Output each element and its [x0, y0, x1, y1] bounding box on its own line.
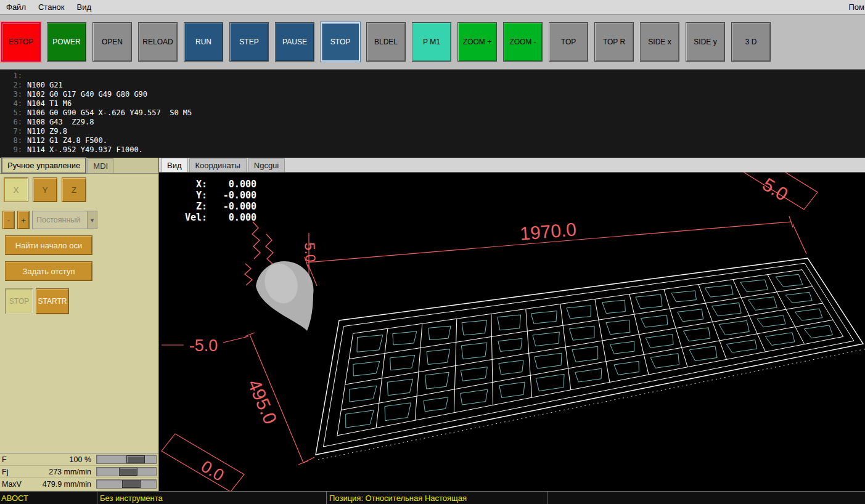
tab-ngcgui[interactable]: Ngcgui: [248, 158, 285, 172]
chevron-down-icon[interactable]: ▾: [87, 211, 97, 229]
gcode-line-text: N106 G0 G90 G54 X-.626 Y49.557 S0 M5: [27, 108, 192, 118]
slider-handle[interactable]: [126, 455, 145, 463]
svg-text:5.0: 5.0: [759, 174, 792, 205]
status-position: Позиция: Относительная Настоящая: [327, 492, 547, 504]
gcode-line-number: 3:: [0, 90, 27, 99]
preview-area[interactable]: 1970.0495.0-5.05.05.00.0 X:0.000 Y:-0.00…: [159, 173, 865, 491]
gcode-line[interactable]: 8:N112 G1 Z4.8 F500.: [0, 136, 865, 145]
gcode-line[interactable]: 5:N106 G0 G90 G54 X-.626 Y49.557 S0 M5: [0, 108, 865, 118]
feed-override-slider[interactable]: [96, 455, 157, 464]
home-axis-button[interactable]: Найти начало оси: [5, 235, 92, 255]
menu-bar: Файл Станок Вид Пом: [0, 0, 865, 15]
max-velocity-row: MaxV 479.9 mm/min: [0, 478, 158, 490]
gcode-line-text: N100 G21: [27, 81, 63, 90]
jog-mode-select[interactable]: Постоянный ▾: [32, 211, 97, 229]
dro-vel: Vel:0.000: [180, 212, 256, 223]
gcode-line[interactable]: 4:N104 T1 M6: [0, 99, 865, 108]
axis-select-row: X Y Z: [4, 177, 86, 202]
gcode-listing[interactable]: 1:2:N100 G213:N102 G0 G17 G40 G49 G80 G9…: [0, 70, 865, 158]
gcode-line-number: 2:: [0, 81, 27, 90]
main-area: Ручное управление MDI X Y Z - + Постоянн…: [0, 158, 865, 491]
toolbar-button-bldel[interactable]: BLDEL: [366, 22, 406, 62]
toolbar-button-view-3d[interactable]: 3 D: [731, 22, 771, 62]
svg-text:-5.0: -5.0: [189, 336, 218, 355]
gcode-line-number: 6:: [0, 118, 27, 127]
override-value: 479.9 mm/min: [23, 480, 96, 489]
gcode-line[interactable]: 9:N114 X-.952 Y49.937 F1000.: [0, 145, 865, 155]
dro-label: Vel:: [180, 212, 207, 223]
gcode-line[interactable]: 6:N108 G43 Z29.8: [0, 118, 865, 127]
manual-tab-bar: Ручное управление MDI: [0, 158, 158, 174]
gcode-line[interactable]: 1:: [0, 71, 865, 81]
axis-y-button[interactable]: Y: [33, 177, 57, 202]
dro-label: X:: [180, 179, 207, 190]
preview-tab-bar: Вид Координаты Ngcgui: [159, 158, 865, 173]
tab-manual-control[interactable]: Ручное управление: [1, 157, 86, 174]
gcode-line-text: N114 X-.952 Y49.937 F1000.: [27, 145, 143, 155]
toolbar-button-view-side-y[interactable]: SIDE y: [686, 22, 725, 62]
dro-value: -0.000: [207, 190, 256, 201]
menu-file[interactable]: Файл: [0, 1, 32, 14]
status-estop: АВОСТ: [0, 492, 97, 504]
gcode-line-number: 9:: [0, 145, 27, 155]
jog-speed-slider[interactable]: [96, 467, 157, 476]
toolbar-button-pause-m1[interactable]: P M1: [412, 22, 451, 62]
tab-mdi[interactable]: MDI: [88, 158, 113, 173]
gcode-line-text: N104 T1 M6: [27, 99, 72, 108]
dro-z: Z:-0.000: [180, 201, 256, 212]
gcode-line-number: 8:: [0, 136, 27, 145]
svg-text:5.0: 5.0: [301, 242, 319, 262]
jog-speed-row: Fj 273 mm/min: [0, 466, 158, 478]
gcode-line[interactable]: 3:N102 G0 G17 G40 G49 G80 G90: [0, 90, 865, 99]
svg-text:0.0: 0.0: [198, 457, 228, 485]
spindle-stop-button[interactable]: STOP: [5, 288, 33, 314]
gcode-line[interactable]: 7:N110 Z9.8: [0, 127, 865, 136]
menu-machine[interactable]: Станок: [32, 1, 71, 14]
jog-plus-button[interactable]: +: [17, 211, 30, 229]
touch-off-button[interactable]: Задать отступ: [5, 261, 92, 281]
preview-panel: Вид Координаты Ngcgui 1970.0495.0-5.05.0…: [159, 158, 865, 491]
slider-handle[interactable]: [119, 468, 137, 476]
dro-y: Y:-0.000: [180, 190, 256, 201]
dro-value: 0.000: [207, 179, 256, 190]
gcode-line-number: 7:: [0, 127, 27, 136]
toolbar-button-power[interactable]: POWER: [47, 22, 86, 62]
gcode-line-number: 5:: [0, 108, 27, 118]
feed-override-row: F 100 %: [0, 453, 158, 466]
tab-coordinates[interactable]: Координаты: [189, 158, 247, 172]
override-value: 100 %: [23, 455, 96, 464]
toolbar-button-zoom-in[interactable]: ZOOM +: [457, 22, 497, 62]
max-velocity-slider[interactable]: [96, 479, 157, 489]
toolbar-button-step[interactable]: STEP: [229, 22, 269, 62]
menu-help[interactable]: Пом: [842, 1, 865, 14]
slider-handle[interactable]: [122, 480, 141, 488]
override-label: MaxV: [0, 480, 23, 489]
dro-x: X:0.000: [180, 179, 256, 190]
gcode-line-text: N112 G1 Z4.8 F500.: [27, 136, 107, 145]
toolbar-button-view-top-r[interactable]: TOP R: [594, 22, 634, 62]
toolbar-button-run[interactable]: RUN: [184, 22, 223, 62]
toolbar-button-view-side-x[interactable]: SIDE x: [640, 22, 679, 62]
override-label: F: [0, 455, 23, 464]
gcode-line-number: 1:: [0, 71, 27, 81]
jog-row: - + Постоянный ▾: [2, 211, 97, 229]
toolbar-button-estop[interactable]: ESTOP: [1, 22, 41, 62]
toolbar-button-zoom-out[interactable]: ZOOM -: [503, 22, 543, 62]
dro-label: Z:: [180, 201, 207, 212]
toolbar-button-stop[interactable]: STOP: [321, 22, 360, 62]
override-section: F 100 % Fj 273 mm/min MaxV 479.9 mm/min: [0, 453, 158, 491]
menu-view[interactable]: Вид: [71, 1, 98, 14]
toolbar-button-view-top[interactable]: TOP: [549, 22, 588, 62]
jog-minus-button[interactable]: -: [2, 211, 15, 229]
axis-x-button[interactable]: X: [4, 177, 28, 202]
dro-readout: X:0.000 Y:-0.000 Z:-0.000 Vel:0.000: [180, 179, 256, 223]
status-tool: Без инструмента: [97, 492, 327, 504]
gcode-line[interactable]: 2:N100 G21: [0, 81, 865, 90]
spindle-start-button[interactable]: STARTR: [36, 288, 69, 314]
tab-preview[interactable]: Вид: [161, 158, 188, 172]
toolbar-button-open[interactable]: OPEN: [92, 22, 132, 62]
toolbar-button-pause[interactable]: PAUSE: [275, 22, 314, 62]
toolbar-button-reload[interactable]: RELOAD: [138, 22, 178, 62]
axis-z-button[interactable]: Z: [62, 177, 86, 202]
override-value: 273 mm/min: [23, 468, 96, 476]
